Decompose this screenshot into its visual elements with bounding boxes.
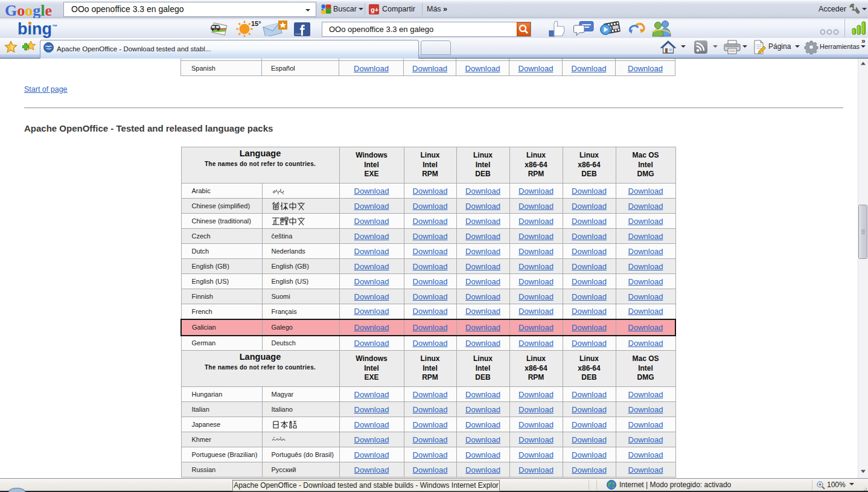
svg-text:g+: g+ xyxy=(371,6,378,13)
svg-text:15°: 15° xyxy=(251,20,261,27)
